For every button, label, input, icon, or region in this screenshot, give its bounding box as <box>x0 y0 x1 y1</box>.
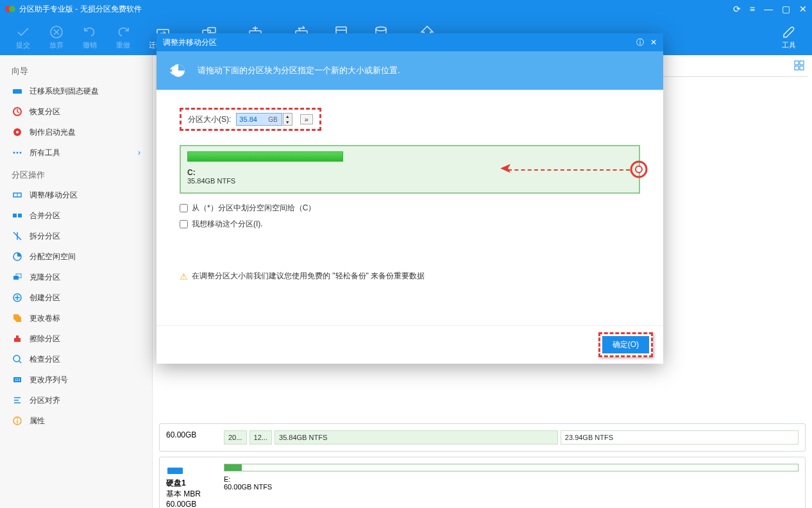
ok-button[interactable]: 确定(O) <box>602 336 649 353</box>
sidebar-item-recover[interactable]: 恢复分区 <box>0 101 152 122</box>
resize-handle-icon[interactable] <box>630 160 648 178</box>
dialog-header: 调整并移动分区 ⓘ ✕ <box>156 33 663 51</box>
check-icon <box>12 353 23 365</box>
warning-icon: ⚠ <box>180 271 188 282</box>
dialog-close-icon[interactable]: ✕ <box>650 38 657 47</box>
sidebar-item-clone-part[interactable]: 克隆分区 <box>0 267 152 287</box>
toolbar-undo[interactable]: 撤销 <box>73 21 106 53</box>
size-unit: GB <box>268 116 277 123</box>
expand-button[interactable]: » <box>300 114 313 124</box>
sidebar-item-merge[interactable]: 合并分区 <box>0 205 152 226</box>
partition-visualizer[interactable]: C: 35.84GB NTFS <box>180 145 640 194</box>
disk1-card[interactable]: 硬盘1 基本 MBR 60.00GB E: 60.00GB NTFS <box>159 457 806 508</box>
svg-line-32 <box>19 361 21 363</box>
svg-point-19 <box>20 152 22 154</box>
label-icon <box>12 312 23 324</box>
disk0-card[interactable]: 60.00GB 20... 12... 35.84GB NTFS 23.94GB… <box>159 423 806 452</box>
help-icon[interactable]: ⓘ <box>636 37 644 48</box>
move-partition-checkbox-row: 我想移动这个分区(I). <box>180 219 640 230</box>
partition-size-field-highlight: 分区大小(S): GB ▲▼ » <box>180 108 321 131</box>
sidebar-item-bootdisc[interactable]: 制作启动光盘 <box>0 122 152 142</box>
close-icon[interactable]: ✕ <box>799 4 807 14</box>
move-partition-checkbox[interactable] <box>180 220 188 228</box>
used-space-bar <box>187 151 343 162</box>
annotation-arrow-head <box>500 164 511 175</box>
sidebar-item-serial[interactable]: 123更改序列号 <box>0 369 152 390</box>
clone-icon <box>12 271 23 283</box>
chevron-right-icon: › <box>138 148 140 157</box>
split-icon <box>12 230 23 242</box>
annotation-arrow-line <box>508 169 630 171</box>
disk0-part2[interactable]: 35.84GB NTFS <box>275 430 558 444</box>
sidebar-item-create[interactable]: 创建分区 <box>0 287 152 308</box>
sidebar-item-check[interactable]: 检查分区 <box>0 349 152 369</box>
maximize-icon[interactable]: ▢ <box>782 4 790 14</box>
wipe-icon <box>12 333 23 344</box>
menu-icon[interactable]: ≡ <box>750 4 755 14</box>
recover-icon <box>12 106 23 117</box>
svg-rect-41 <box>795 61 799 65</box>
dialog-footer: 确定(O) <box>156 325 663 364</box>
window-title: 分区助手专业版 - 无损分区免费软件 <box>19 4 733 15</box>
resize-partition-dialog: 调整并移动分区 ⓘ ✕ 请拖动下面的分区块为分区指定一个新的大小或新位置. 分区… <box>156 33 663 364</box>
sidebar-item-properties[interactable]: 属性 <box>0 411 152 431</box>
svg-point-1 <box>9 6 15 12</box>
sidebar-item-migrate-ssd[interactable]: 迁移系统到固态硬盘 <box>0 81 152 101</box>
toolbar-tools[interactable]: 工具 <box>772 21 806 53</box>
allocate-from-checkbox-row: 从（*）分区中划分空闲空间给（C） <box>180 203 640 214</box>
svg-rect-22 <box>13 214 17 217</box>
serial-icon: 123 <box>12 374 23 385</box>
disk1-drive-letter: E: <box>224 475 799 483</box>
dialog-banner: 请拖动下面的分区块为分区指定一个新的大小或新位置. <box>156 51 663 90</box>
disk0-part3[interactable]: 23.94GB NTFS <box>561 430 799 444</box>
disk0-part0[interactable]: 20... <box>224 430 247 444</box>
grid-view-icon[interactable] <box>794 60 804 71</box>
window-controls: ⟳ ≡ — ▢ ✕ <box>733 4 807 14</box>
sidebar-item-label[interactable]: 更改卷标 <box>0 308 152 328</box>
size-spinner[interactable]: ▲▼ <box>283 113 292 126</box>
disk0-size: 60.00GB <box>166 430 224 439</box>
move-partition-label: 我想移动这个分区(I). <box>192 219 263 230</box>
allocate-icon <box>12 251 23 262</box>
svg-marker-47 <box>500 164 511 173</box>
disk-icon <box>166 464 184 477</box>
sidebar-item-align[interactable]: 分区对齐 <box>0 390 152 411</box>
refresh-icon[interactable]: ⟳ <box>733 4 741 14</box>
minimize-icon[interactable]: — <box>764 4 773 14</box>
disk1-part: 60.00GB NTFS <box>224 483 799 491</box>
sidebar-item-allocate[interactable]: 分配空闲空间 <box>0 246 152 267</box>
svg-text:123: 123 <box>15 378 21 382</box>
svg-point-49 <box>636 166 642 173</box>
sidebar-section-ops: 分区操作 <box>0 163 152 185</box>
sidebar-item-alltools[interactable]: 所有工具› <box>0 142 152 163</box>
sidebar: 向导 迁移系统到固态硬盘 恢复分区 制作启动光盘 所有工具› 分区操作 调整/移… <box>0 55 153 508</box>
svg-rect-42 <box>800 61 804 65</box>
ssd-icon <box>12 85 23 97</box>
disk1-size: 60.00GB <box>166 500 224 508</box>
banner-text: 请拖动下面的分区块为分区指定一个新的大小或新位置. <box>198 65 400 76</box>
warning-text: 在调整分区大小前我们建议您使用免费的 "轻松备份" 来备份重要数据 <box>192 271 425 282</box>
disk0-part1[interactable]: 12... <box>250 430 273 444</box>
disc-icon <box>12 126 23 138</box>
sidebar-item-wipe-part[interactable]: 擦除分区 <box>0 328 152 349</box>
svg-rect-13 <box>13 89 22 94</box>
sidebar-item-resize[interactable]: 调整/移动分区 <box>0 185 152 205</box>
resize-icon <box>12 189 23 201</box>
disk1-name: 硬盘1 <box>166 478 224 489</box>
allocate-from-checkbox[interactable] <box>180 204 188 212</box>
svg-point-16 <box>16 131 19 133</box>
sidebar-item-split[interactable]: 拆分分区 <box>0 226 152 246</box>
info-icon <box>12 415 23 427</box>
svg-rect-43 <box>795 66 799 70</box>
toolbar-commit[interactable]: 提交 <box>6 21 40 53</box>
toolbar-redo[interactable]: 重做 <box>106 21 140 53</box>
svg-rect-23 <box>18 214 22 217</box>
create-icon <box>12 292 23 303</box>
svg-point-18 <box>17 152 19 154</box>
viz-size-label: 35.84GB NTFS <box>187 177 632 185</box>
dialog-title: 调整并移动分区 <box>163 37 217 48</box>
toolbar-discard[interactable]: 放弃 <box>40 21 73 53</box>
svg-rect-44 <box>800 66 804 70</box>
disk1-type: 基本 MBR <box>166 489 224 500</box>
svg-point-12 <box>376 27 386 31</box>
